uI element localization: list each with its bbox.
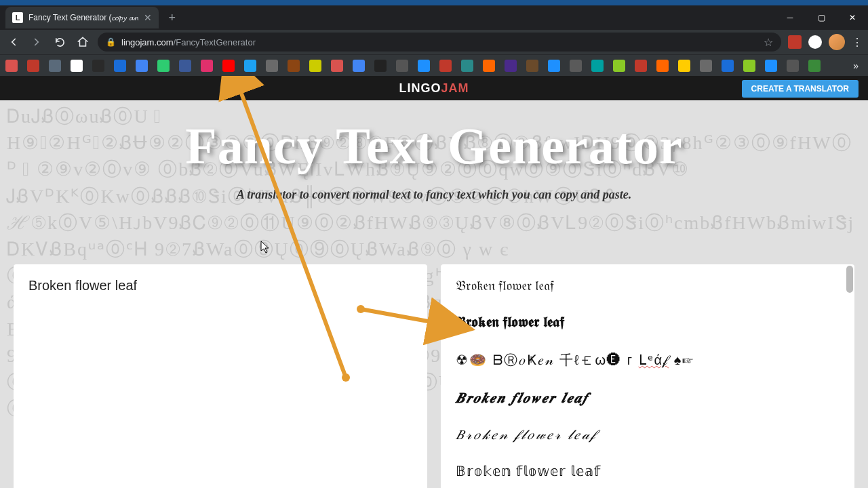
output-panel: 𝔅𝔯𝔬𝔨𝔢𝔫 𝔣𝔩𝔬𝔴𝔢𝔯 𝔩𝔢𝔞𝔣 𝕭𝖗𝖔𝖐𝖊𝖓 𝖋𝖑𝖔𝖜𝖊𝖗 𝖑𝖊𝖆𝖋 ☢🍩… [441, 264, 854, 488]
bookmark-item[interactable] [548, 60, 560, 72]
output-scrollbar[interactable] [846, 266, 853, 487]
output-variant[interactable]: 𝔹𝕣𝕠𝕜𝕖𝕟 𝕗𝕝𝕠𝕨𝕖𝕣 𝕝𝕖𝕒𝕗 [456, 463, 840, 479]
bookmark-item[interactable] [71, 60, 83, 72]
create-translator-button[interactable]: CREATE A TRANSLATOR [742, 80, 859, 98]
bookmark-item[interactable] [396, 60, 408, 72]
window-maximize-button[interactable]: ▢ [806, 5, 837, 30]
lock-icon: 🔒 [106, 37, 116, 47]
bookmark-item[interactable] [591, 60, 604, 72]
bookmark-star-icon[interactable]: ☆ [764, 36, 773, 49]
input-textarea[interactable] [28, 278, 412, 474]
input-panel [14, 264, 427, 488]
url-text: lingojam.com/FancyTextGenerator [121, 37, 256, 47]
bookmark-item[interactable] [656, 60, 669, 72]
bookmark-item[interactable] [179, 60, 191, 72]
forward-button[interactable] [28, 34, 45, 50]
bookmarks-overflow-button[interactable]: » [849, 60, 863, 71]
bookmark-item[interactable] [678, 60, 690, 72]
output-variant[interactable]: 𝐵𝓇𝑜𝓀𝑒𝓃 𝒻𝓁𝑜𝓌𝑒𝓇 𝓁𝑒𝒶𝒻 [456, 427, 840, 443]
tab-title: Fancy Text Generator (𝓬𝓸𝓹𝔂 𝓪𝓷 [28, 13, 138, 22]
output-variant[interactable]: ☢🍩 ᗷⓇ𝑜Ҝ𝑒𝓃 千ℓ🝗ω🅔 г ᒪᵉά𝒻 ♠☞ [456, 351, 840, 369]
bookmark-item[interactable] [483, 60, 495, 72]
browser-tab-strip: L Fancy Text Generator (𝓬𝓸𝓹𝔂 𝓪𝓷 ✕ + ─ ▢ … [0, 5, 868, 30]
site-logo[interactable]: LINGOJAM [399, 81, 469, 96]
bookmark-item[interactable] [49, 60, 61, 72]
bookmark-item[interactable] [722, 60, 734, 72]
bookmark-item[interactable] [136, 60, 148, 72]
bookmark-item[interactable] [808, 60, 821, 72]
bookmark-item[interactable] [700, 60, 712, 72]
output-variant[interactable]: 𝕭𝖗𝖔𝖐𝖊𝖓 𝖋𝖑𝖔𝖜𝖊𝖗 𝖑𝖊𝖆𝖋 [456, 314, 840, 331]
new-tab-button[interactable]: + [163, 8, 182, 27]
window-minimize-button[interactable]: ─ [774, 5, 806, 30]
page-viewport: ᎠuᎫᏰ⓪ωuᏰ⓪U ͮ H⑨⓪②Hᴳ⓪②ᏰɄ⑨②⓪③③②⓪ᎠhᏰ⑨②⑧③F⑧⓪… [0, 76, 868, 488]
bookmark-item[interactable] [613, 60, 625, 72]
browser-toolbar: 🔒 lingojam.com/FancyTextGenerator ☆ ⋮ [0, 30, 868, 54]
bookmark-item[interactable] [222, 60, 235, 72]
home-button[interactable] [75, 34, 91, 50]
bookmark-item[interactable] [374, 60, 387, 72]
address-bar[interactable]: 🔒 lingojam.com/FancyTextGenerator ☆ [98, 33, 781, 52]
bookmark-item[interactable] [570, 60, 582, 72]
extension-icon[interactable] [808, 35, 822, 49]
bookmark-item[interactable] [266, 60, 278, 72]
bookmark-item[interactable] [353, 60, 365, 72]
bookmark-item[interactable] [635, 60, 647, 72]
mouse-cursor-icon [260, 241, 270, 257]
bookmark-item[interactable] [288, 60, 300, 72]
back-button[interactable] [5, 34, 22, 50]
bookmark-item[interactable] [244, 60, 256, 72]
bookmark-item[interactable] [114, 60, 126, 72]
site-header: LINGOJAM CREATE A TRANSLATOR [0, 76, 868, 100]
bookmark-item[interactable] [787, 60, 799, 72]
output-variant[interactable]: 𝑩𝒓𝒐𝒌𝒆𝒏 𝒇𝒍𝒐𝒘𝒆𝒓 𝒍𝒆𝒂𝒇 [456, 390, 840, 407]
bookmark-item[interactable] [5, 60, 18, 72]
bookmark-item[interactable] [505, 60, 517, 72]
bookmark-item[interactable] [765, 60, 777, 72]
bookmark-item[interactable] [331, 60, 343, 72]
profile-avatar[interactable] [829, 34, 845, 50]
tab-favicon: L [12, 12, 23, 23]
bookmark-item[interactable] [92, 60, 104, 72]
bookmark-item[interactable] [309, 60, 321, 72]
hero-section: Fancy Text Generator A translator to con… [0, 117, 868, 202]
bookmark-item[interactable] [27, 60, 39, 72]
window-close-button[interactable]: ✕ [837, 5, 868, 30]
bookmark-item[interactable] [526, 60, 538, 72]
browser-menu-button[interactable]: ⋮ [852, 36, 863, 49]
bookmark-item[interactable] [418, 60, 430, 72]
browser-tab[interactable]: L Fancy Text Generator (𝓬𝓸𝓹𝔂 𝓪𝓷 ✕ [5, 7, 159, 28]
output-variant[interactable]: 𝔅𝔯𝔬𝔨𝔢𝔫 𝔣𝔩𝔬𝔴𝔢𝔯 𝔩𝔢𝔞𝔣 [456, 278, 840, 293]
close-tab-icon[interactable]: ✕ [144, 12, 152, 23]
page-title: Fancy Text Generator [0, 117, 868, 176]
bookmark-item[interactable] [439, 60, 452, 72]
page-subtitle: A translator to convert normal text to f… [0, 188, 868, 202]
bookmark-item[interactable] [201, 60, 213, 72]
bookmarks-bar: » [0, 54, 868, 76]
bookmark-item[interactable] [157, 60, 170, 72]
bookmark-item[interactable] [743, 60, 755, 72]
bookmark-item[interactable] [461, 60, 473, 72]
extension-icon[interactable] [788, 35, 802, 49]
reload-button[interactable] [52, 34, 68, 50]
